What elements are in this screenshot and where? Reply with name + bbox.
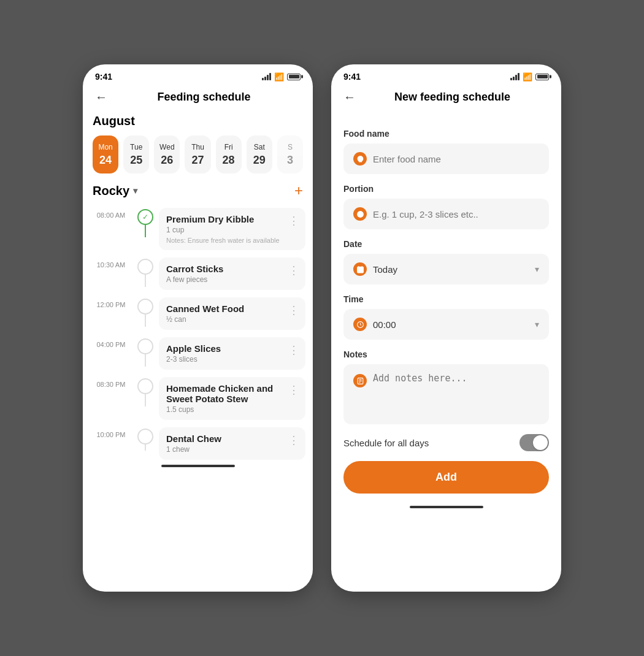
portion-field[interactable] xyxy=(343,199,549,229)
time-label-3: 04:00 PM xyxy=(96,341,125,348)
day-item-thu27[interactable]: Thu 27 xyxy=(185,135,210,174)
meal-dot-5 xyxy=(137,429,153,444)
time-select[interactable]: 00:00 ▾ xyxy=(343,309,549,340)
time-label-5: 10:00 PM xyxy=(96,431,125,438)
time-2: 9:41 xyxy=(343,72,361,82)
food-name-field[interactable] xyxy=(343,143,549,174)
food-portion-4: 1.5 cups xyxy=(166,405,298,414)
time-value: 00:00 xyxy=(373,319,529,330)
calendar-section: August Mon 24 Tue 25 Wed 26 Thu 27 xyxy=(83,114,313,174)
timeline: 08:00 AM ✓ Premium Dry Kibble 1 cup Note… xyxy=(83,203,313,462)
pet-name[interactable]: Rocky ▾ xyxy=(93,184,137,198)
day-name-3: Thu xyxy=(191,143,204,151)
date-chevron-icon: ▾ xyxy=(535,264,539,274)
dot-line-3 xyxy=(145,354,146,367)
meal-item-1: 10:30 AM Carrot Sticks A few pieces ⋮ xyxy=(90,253,305,292)
day-num-1: 25 xyxy=(130,154,142,167)
pet-dropdown-icon[interactable]: ▾ xyxy=(133,186,137,196)
food-name-label: Food name xyxy=(343,129,549,139)
notes-label: Notes xyxy=(343,349,549,359)
portion-label: Portion xyxy=(343,184,549,194)
day-num-0: 24 xyxy=(99,154,112,167)
day-num-3: 27 xyxy=(191,154,204,167)
dot-col-2 xyxy=(137,292,154,327)
meal-menu-4[interactable]: ⋮ xyxy=(288,383,299,397)
food-name-5: Dental Chew xyxy=(166,433,298,444)
time-label-2: 12:00 PM xyxy=(96,301,125,308)
dot-col-0: ✓ xyxy=(137,203,154,237)
date-select[interactable]: Today ▾ xyxy=(343,254,549,284)
back-button-1[interactable]: ← xyxy=(95,90,107,104)
meal-menu-1[interactable]: ⋮ xyxy=(288,264,299,277)
status-icons-1: 📶 xyxy=(262,72,301,82)
food-name-input[interactable] xyxy=(373,154,539,164)
day-item-wed26[interactable]: Wed 26 xyxy=(154,135,180,174)
portion-input[interactable] xyxy=(373,209,539,219)
page-title-1: Feeding schedule xyxy=(107,91,301,104)
meal-item-0: 08:00 AM ✓ Premium Dry Kibble 1 cup Note… xyxy=(90,203,305,253)
pet-name-text: Rocky xyxy=(93,184,129,198)
date-label: Date xyxy=(343,239,549,249)
food-card-1: Carrot Sticks A few pieces ⋮ xyxy=(159,257,305,290)
signal-icon xyxy=(262,73,271,80)
date-value: Today xyxy=(373,264,529,275)
toggle-knob xyxy=(533,435,548,450)
form-section: Food name Portion xyxy=(331,114,561,424)
meal-menu-0[interactable]: ⋮ xyxy=(288,214,299,227)
meal-menu-3[interactable]: ⋮ xyxy=(288,343,299,357)
time-col-0: 08:00 AM xyxy=(90,203,132,219)
dot-line-0 xyxy=(145,225,146,237)
back-button-2[interactable]: ← xyxy=(343,90,356,104)
add-meal-button[interactable]: + xyxy=(294,183,303,198)
schedule-toggle[interactable] xyxy=(519,434,549,451)
food-portion-3: 2-3 slices xyxy=(166,355,298,364)
day-item-fri28[interactable]: Fri 28 xyxy=(216,135,242,174)
notes-textarea-input[interactable] xyxy=(373,373,539,416)
add-button[interactable]: Add xyxy=(343,461,549,494)
dot-line-2 xyxy=(145,315,146,327)
schedule-label: Schedule for all days xyxy=(343,438,429,448)
month-label: August xyxy=(93,114,303,128)
time-col-4: 08:30 PM xyxy=(90,372,132,388)
notes-field[interactable] xyxy=(343,364,549,424)
day-item-mon24[interactable]: Mon 24 xyxy=(93,135,118,174)
meal-menu-2[interactable]: ⋮ xyxy=(288,303,299,317)
dot-col-3 xyxy=(137,332,154,367)
meal-dot-1 xyxy=(137,259,153,275)
day-item-tue25[interactable]: Tue 25 xyxy=(123,135,149,174)
clock-icon xyxy=(353,318,367,331)
food-notes-0: Notes: Ensure fresh water is available xyxy=(166,237,298,244)
calendar-icon xyxy=(353,262,367,276)
day-name-2: Wed xyxy=(159,143,174,151)
meal-dot-2 xyxy=(137,299,153,315)
day-name-5: Sat xyxy=(254,143,265,151)
food-card-4: Homemade Chicken and Sweet Potato Stew 1… xyxy=(159,377,305,420)
dot-col-1 xyxy=(137,253,154,287)
dot-line-4 xyxy=(145,394,146,406)
food-name-1: Carrot Sticks xyxy=(166,264,298,274)
day-item-sat29[interactable]: Sat 29 xyxy=(247,135,272,174)
status-bar-2: 9:41 📶 xyxy=(331,64,561,85)
dot-line-5 xyxy=(145,444,146,451)
time-1: 9:41 xyxy=(95,72,112,82)
wifi-icon: 📶 xyxy=(274,72,284,82)
wifi-icon-2: 📶 xyxy=(523,72,532,82)
meal-menu-5[interactable]: ⋮ xyxy=(288,433,299,447)
pet-section: Rocky ▾ + xyxy=(83,174,313,203)
svg-rect-1 xyxy=(357,267,363,273)
day-num-4: 28 xyxy=(223,154,235,167)
meal-item-4: 08:30 PM Homemade Chicken and Sweet Pota… xyxy=(90,372,305,422)
day-num-6: 3 xyxy=(287,154,293,167)
status-icons-2: 📶 xyxy=(510,72,549,82)
food-name-2: Canned Wet Food xyxy=(166,303,298,314)
day-name-6: S xyxy=(288,143,293,151)
signal-icon-2 xyxy=(510,73,519,80)
food-icon xyxy=(353,152,367,166)
day-name-1: Tue xyxy=(130,143,142,151)
dot-line-1 xyxy=(145,275,146,287)
time-label-4: 08:30 PM xyxy=(96,381,125,388)
day-item-sun3[interactable]: S 3 xyxy=(277,135,303,174)
dot-col-4 xyxy=(137,372,154,406)
battery-icon-2 xyxy=(535,74,549,80)
meal-item-2: 12:00 PM Canned Wet Food ½ can ⋮ xyxy=(90,292,305,332)
